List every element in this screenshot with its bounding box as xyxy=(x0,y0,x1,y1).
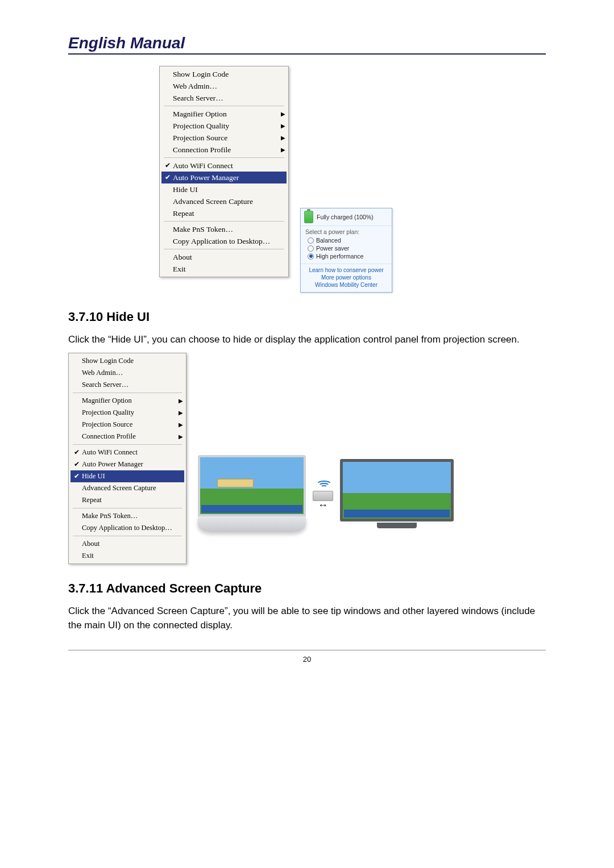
menu-item[interactable]: Magnifier Option▶ xyxy=(161,108,287,120)
menu-item[interactable]: Search Server… xyxy=(161,92,287,104)
menu-item-adv-screen-capture[interactable]: Advanced Screen Capture xyxy=(161,195,287,207)
section-text-adv-capture: Click the “Advanced Screen Capture”, you… xyxy=(68,604,546,633)
wireless-router-icon: ↔ xyxy=(312,479,334,508)
submenu-arrow-icon: ▶ xyxy=(279,111,285,117)
projection-illustration: ↔ xyxy=(198,455,454,532)
context-menu-2: Show Login Code Web Admin… Search Server… xyxy=(68,353,186,564)
power-link[interactable]: Learn how to conserve power xyxy=(305,266,387,274)
checkmark-icon: ✔ xyxy=(163,161,173,170)
submenu-arrow-icon: ▶ xyxy=(176,410,183,416)
section-heading-adv-capture: 3.7.11 Advanced Screen Capture xyxy=(68,581,546,596)
menu-item[interactable]: Web Admin… xyxy=(161,80,287,92)
menu-item[interactable]: Show Login Code xyxy=(161,68,287,80)
menu-item[interactable]: Connection Profile▶ xyxy=(161,144,287,156)
menu-item-auto-power-manager[interactable]: ✔Auto Power Manager xyxy=(161,172,287,183)
menu-item-about[interactable]: About xyxy=(161,251,287,263)
radio-icon xyxy=(308,245,314,252)
battery-icon xyxy=(304,211,313,223)
radio-icon xyxy=(308,253,314,260)
page-number: 20 xyxy=(303,655,311,663)
menu-item[interactable]: Projection Quality▶ xyxy=(70,407,184,419)
menu-item[interactable]: Search Server… xyxy=(70,379,184,391)
submenu-arrow-icon: ▶ xyxy=(279,147,285,153)
power-link[interactable]: Windows Mobility Center xyxy=(305,281,387,289)
menu-item-exit[interactable]: Exit xyxy=(161,263,287,275)
section-heading-hide-ui: 3.7.10 Hide UI xyxy=(68,310,546,324)
context-menu-1: Show Login Code Web Admin… Search Server… xyxy=(159,66,289,277)
submenu-arrow-icon: ▶ xyxy=(279,123,285,129)
power-plan-option[interactable]: High performance xyxy=(305,252,387,260)
power-plan-option[interactable]: Power saver xyxy=(305,244,387,252)
checkmark-icon: ✔ xyxy=(72,472,82,481)
power-link[interactable]: More power options xyxy=(305,274,387,281)
menu-item[interactable]: Make PnS Token… xyxy=(161,223,287,235)
menu-item-auto-wifi[interactable]: ✔Auto WiFi Connect xyxy=(161,160,287,172)
menu-item-repeat[interactable]: Repeat xyxy=(161,207,287,219)
monitor-icon xyxy=(340,459,454,528)
select-plan-label: Select a power plan: xyxy=(305,228,387,235)
checkmark-icon: ✔ xyxy=(72,460,82,469)
menu-item-exit[interactable]: Exit xyxy=(70,550,184,562)
menu-item[interactable]: Projection Source▶ xyxy=(161,132,287,144)
section-text-hide-ui: Click the “Hide UI”, you can choose to h… xyxy=(68,332,546,347)
submenu-arrow-icon: ▶ xyxy=(279,135,285,141)
submenu-arrow-icon: ▶ xyxy=(176,422,183,428)
battery-status: Fully charged (100%) xyxy=(317,214,374,220)
menu-item-auto-power-manager[interactable]: ✔Auto Power Manager xyxy=(70,458,184,470)
power-popup: Fully charged (100%) Select a power plan… xyxy=(300,208,392,293)
submenu-arrow-icon: ▶ xyxy=(176,433,183,440)
menu-item-hide-ui[interactable]: ✔Hide UI xyxy=(70,470,184,482)
laptop-icon xyxy=(198,455,306,532)
menu-item[interactable]: Make PnS Token… xyxy=(70,510,184,522)
menu-item[interactable]: Show Login Code xyxy=(70,355,184,367)
power-plan-option[interactable]: Balanced xyxy=(305,236,387,244)
checkmark-icon: ✔ xyxy=(163,173,173,182)
menu-item-about[interactable]: About xyxy=(70,538,184,550)
page-header: English Manual xyxy=(68,34,546,55)
menu-item[interactable]: Copy Application to Desktop… xyxy=(161,235,287,247)
menu-item[interactable]: Web Admin… xyxy=(70,367,184,379)
menu-item[interactable]: Connection Profile▶ xyxy=(70,431,184,443)
menu-item[interactable]: Projection Source▶ xyxy=(70,419,184,431)
radio-icon xyxy=(308,237,314,244)
checkmark-icon: ✔ xyxy=(72,448,82,457)
menu-item-auto-wifi[interactable]: ✔Auto WiFi Connect xyxy=(70,446,184,458)
menu-item[interactable]: Copy Application to Desktop… xyxy=(70,522,184,534)
menu-item[interactable]: Projection Quality▶ xyxy=(161,120,287,132)
menu-item-hide-ui[interactable]: Hide UI xyxy=(161,183,287,195)
menu-item-repeat[interactable]: Repeat xyxy=(70,494,184,506)
submenu-arrow-icon: ▶ xyxy=(176,398,183,404)
menu-item-adv-screen-capture[interactable]: Advanced Screen Capture xyxy=(70,482,184,494)
menu-item[interactable]: Magnifier Option▶ xyxy=(70,395,184,407)
